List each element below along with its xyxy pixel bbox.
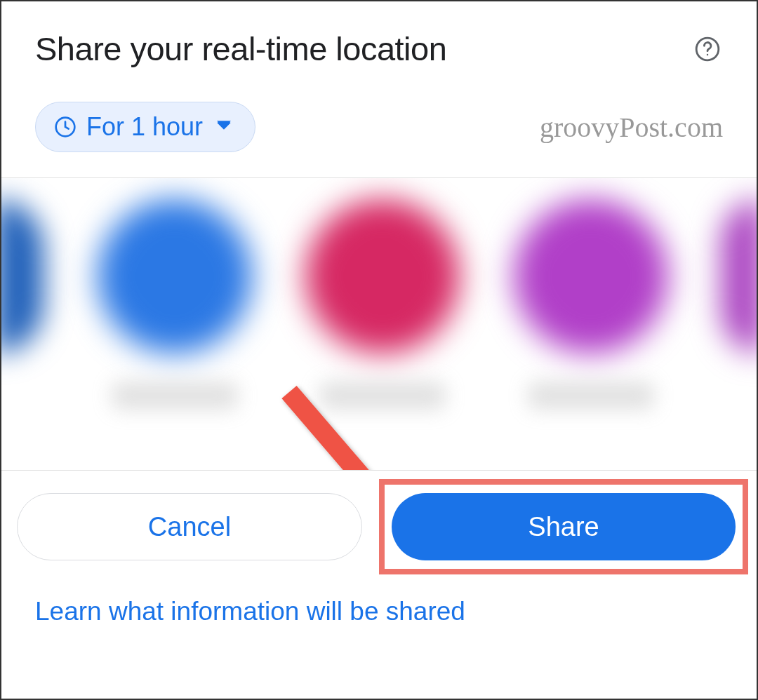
cancel-button[interactable]: Cancel [17,493,362,560]
watermark-text: groovyPost.com [540,111,723,144]
contact-name-blurred [319,382,446,410]
dialog-header: Share your real-time location [1,1,757,85]
contacts-strip [1,178,757,470]
duration-label: For 1 hour [86,112,203,142]
contact-avatar-blurred [305,199,460,354]
learn-more-link[interactable]: Learn what information will be shared [1,572,757,643]
share-location-dialog: Share your real-time location For 1 hour [0,0,758,700]
chevron-down-icon [217,121,231,133]
duration-chip[interactable]: For 1 hour [35,102,255,152]
share-button[interactable]: Share [392,493,736,560]
contact-avatar-partial-left [1,199,44,354]
duration-row: For 1 hour groovyPost.com [1,85,757,177]
annotation-highlight-box: Share [379,479,748,574]
contact-item[interactable] [514,199,668,410]
help-icon[interactable] [692,34,723,65]
contact-avatar-blurred [514,199,668,354]
contact-avatar-blurred [98,199,252,354]
actions-row: Cancel Share [1,471,757,572]
contact-name-blurred [112,382,238,410]
svg-point-1 [707,53,709,55]
contact-item[interactable] [305,199,460,410]
contact-item[interactable] [98,199,252,410]
contact-name-blurred [528,382,654,410]
dialog-title: Share your real-time location [35,29,446,68]
clock-icon [54,116,77,138]
contact-avatar-partial-right [722,199,757,354]
